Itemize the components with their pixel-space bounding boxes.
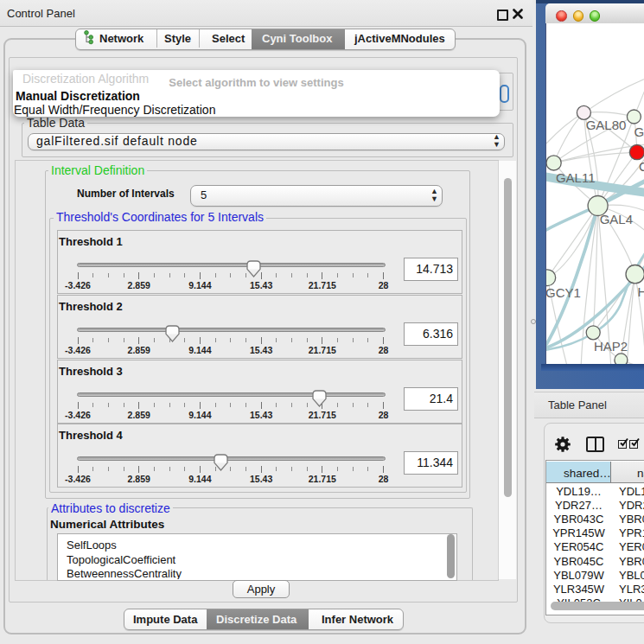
- svg-text:GAL4: GAL4: [600, 212, 633, 226]
- svg-text:GAL11: GAL11: [556, 170, 596, 185]
- svg-text:HAP2: HAP2: [594, 339, 628, 354]
- svg-text:GA: GA: [634, 124, 644, 139]
- svg-text:C: C: [639, 159, 644, 174]
- svg-text:GAL80: GAL80: [586, 118, 627, 132]
- svg-text:H: H: [638, 284, 644, 299]
- svg-text:GCY1: GCY1: [546, 285, 581, 300]
